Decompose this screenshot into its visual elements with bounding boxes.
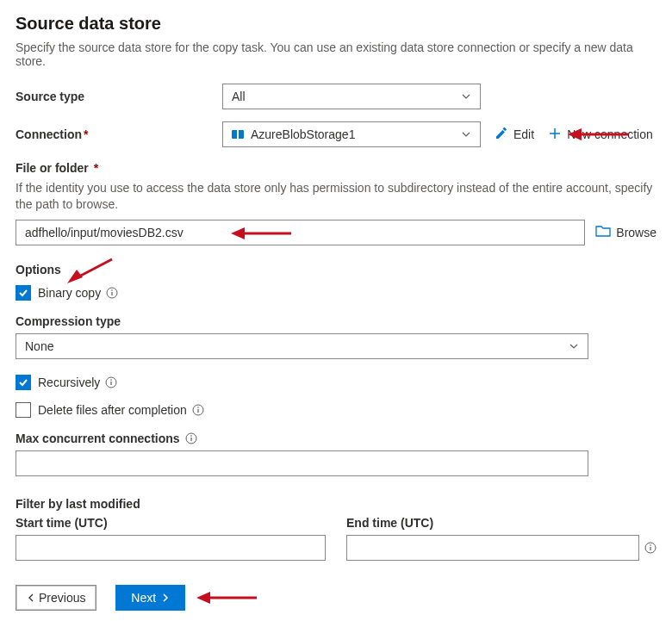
svg-point-13 — [197, 407, 199, 408]
annotation-arrow — [196, 588, 257, 607]
info-icon[interactable] — [185, 432, 197, 444]
svg-point-10 — [111, 379, 113, 381]
connection-label: Connection* — [16, 127, 222, 141]
connection-value: AzureBlobStorage1 — [251, 127, 355, 141]
previous-label: Previous — [39, 591, 85, 605]
delete-files-label: Delete files after completion — [38, 403, 187, 417]
compression-type-label: Compression type — [16, 314, 656, 328]
source-type-label: Source type — [16, 90, 222, 103]
recursively-checkbox[interactable] — [16, 375, 31, 390]
edit-connection-button[interactable]: Edit — [495, 127, 534, 143]
svg-point-16 — [190, 435, 192, 437]
info-icon[interactable] — [192, 404, 204, 416]
page-description: Specify the source data store for the co… — [16, 40, 656, 68]
svg-rect-20 — [650, 547, 650, 550]
source-type-select[interactable]: All — [222, 84, 481, 109]
chevron-down-icon — [569, 341, 579, 351]
previous-button[interactable]: Previous — [16, 585, 96, 611]
info-icon[interactable] — [644, 542, 656, 554]
azure-storage-icon — [232, 130, 244, 139]
delete-files-checkbox[interactable] — [16, 402, 31, 418]
folder-icon — [595, 224, 611, 240]
start-time-input[interactable] — [16, 535, 326, 561]
plus-icon — [548, 127, 562, 143]
pencil-icon — [495, 127, 508, 143]
browse-label: Browse — [616, 226, 656, 239]
page-title: Source data store — [16, 14, 656, 34]
chevron-left-icon — [27, 593, 35, 602]
chevron-right-icon — [161, 593, 170, 602]
compression-type-select[interactable]: None — [16, 333, 588, 359]
end-time-label: End time (UTC) — [346, 516, 656, 530]
binary-copy-checkbox[interactable] — [16, 285, 31, 301]
chevron-down-icon — [461, 91, 471, 102]
svg-rect-17 — [190, 438, 191, 441]
max-conn-label: Max concurrent connections — [16, 432, 180, 445]
options-label: Options — [16, 263, 656, 276]
svg-rect-14 — [197, 409, 198, 413]
new-connection-label: New connection — [567, 127, 653, 141]
next-label: Next — [131, 591, 156, 605]
info-icon[interactable] — [106, 287, 118, 299]
binary-copy-label: Binary copy — [38, 286, 101, 300]
next-button[interactable]: Next — [115, 585, 185, 611]
connection-select[interactable]: AzureBlobStorage1 — [222, 121, 481, 147]
info-icon[interactable] — [105, 376, 117, 388]
file-folder-help: If the identity you use to access the da… — [16, 180, 656, 213]
browse-button[interactable]: Browse — [595, 224, 656, 240]
svg-rect-11 — [111, 382, 112, 385]
source-type-value: All — [232, 90, 246, 103]
edit-connection-label: Edit — [513, 127, 534, 141]
chevron-down-icon — [461, 129, 471, 140]
svg-rect-8 — [112, 292, 113, 295]
filter-label: Filter by last modified — [16, 497, 656, 511]
svg-marker-22 — [196, 592, 210, 604]
start-time-label: Start time (UTC) — [16, 516, 326, 530]
file-folder-input[interactable] — [16, 220, 585, 245]
file-folder-label: File or folder — [16, 161, 89, 175]
new-connection-button[interactable]: New connection — [548, 127, 653, 143]
max-conn-input[interactable] — [16, 450, 588, 476]
compression-type-value: None — [25, 339, 53, 353]
svg-point-19 — [650, 544, 651, 546]
recursively-label: Recursively — [38, 376, 100, 389]
svg-point-7 — [111, 289, 113, 291]
end-time-input[interactable] — [346, 535, 639, 561]
